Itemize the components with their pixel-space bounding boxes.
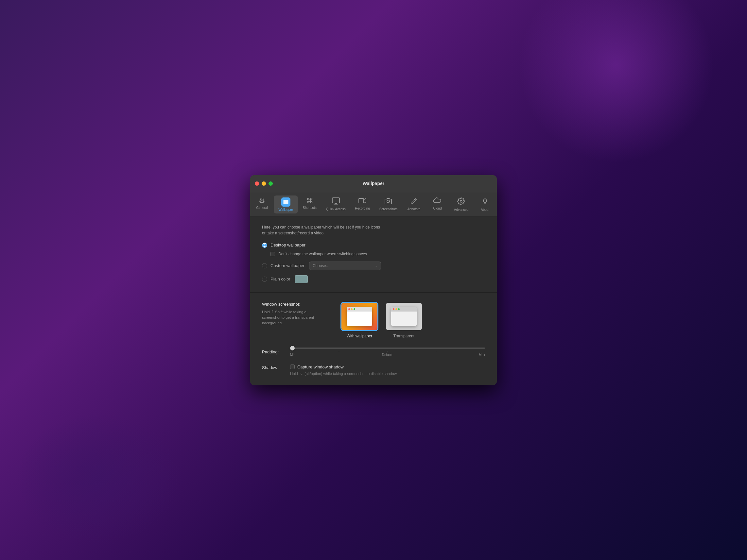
padding-label: Padding: bbox=[262, 349, 285, 354]
shadow-section: Shadow: Capture window shadow Hold ⌥ (al… bbox=[250, 365, 497, 385]
ws-description: Window screenshot: Hold ⇧ Shift while ta… bbox=[262, 302, 327, 326]
tab-about[interactable]: About bbox=[473, 195, 497, 213]
plain-color-swatch[interactable] bbox=[295, 275, 308, 283]
wallpaper-radio-group: Desktop wallpaper Don't change the wallp… bbox=[262, 243, 485, 283]
svg-rect-2 bbox=[332, 198, 339, 203]
tab-screenshots[interactable]: Screenshots bbox=[375, 195, 402, 213]
tab-advanced[interactable]: Advanced bbox=[449, 195, 473, 213]
advanced-icon bbox=[457, 197, 465, 207]
preferences-window: Wallpaper ⚙ General Wallpaper ⌘ Shortcut… bbox=[250, 175, 497, 385]
traffic-lights bbox=[255, 182, 273, 186]
ws-option-wallpaper[interactable]: With wallpaper bbox=[340, 302, 379, 338]
preview-titlebar-wallpaper bbox=[347, 307, 372, 312]
ws-layout: Window screenshot: Hold ⇧ Shift while ta… bbox=[262, 302, 485, 338]
svg-rect-9 bbox=[484, 203, 486, 204]
ws-preview-wallpaper bbox=[340, 302, 379, 331]
preview-transparent-bg bbox=[386, 303, 422, 330]
capture-shadow-label: Capture window shadow bbox=[297, 365, 344, 369]
slider-ticks bbox=[290, 351, 485, 352]
tab-quickaccess[interactable]: Quick Access bbox=[321, 195, 350, 213]
tab-recording-label: Recording bbox=[355, 207, 370, 210]
dont-change-wallpaper-option: Don't change the wallpaper when switchin… bbox=[271, 252, 485, 256]
ws-desc-text: Hold ⇧ Shift while taking a screenshot t… bbox=[262, 309, 327, 326]
tab-general-label: General bbox=[256, 206, 268, 210]
preview-window-inner-transparent bbox=[391, 307, 417, 326]
content-area: Here, you can choose a wallpaper which w… bbox=[250, 216, 497, 385]
tab-wallpaper-label: Wallpaper bbox=[279, 208, 293, 212]
about-icon bbox=[482, 197, 489, 207]
slider-max-label: Max bbox=[479, 353, 485, 357]
tab-quickaccess-label: Quick Access bbox=[326, 207, 346, 211]
tab-cloud-label: Cloud bbox=[433, 207, 441, 210]
slider-labels: Min Default Max bbox=[290, 353, 485, 357]
wallpaper-options-section: Here, you can choose a wallpaper which w… bbox=[250, 216, 497, 293]
general-icon: ⚙ bbox=[259, 197, 265, 205]
custom-radio-label: Custom wallpaper: bbox=[271, 263, 306, 268]
ws-transparent-label: Transparent bbox=[393, 334, 414, 338]
custom-wallpaper-dropdown[interactable]: Choose... ⌄ bbox=[309, 262, 381, 270]
preview-dot-red-t bbox=[393, 308, 394, 310]
svg-rect-8 bbox=[484, 203, 486, 203]
ws-preview-transparent bbox=[385, 302, 423, 331]
minimize-button[interactable] bbox=[262, 182, 266, 186]
slider-min-label: Min bbox=[290, 353, 295, 357]
capture-shadow-checkbox[interactable] bbox=[290, 365, 295, 369]
preview-dot-red bbox=[348, 308, 350, 310]
slider-default-label: Default bbox=[382, 353, 392, 357]
svg-marker-6 bbox=[364, 198, 366, 203]
preview-dot-yellow bbox=[351, 308, 353, 310]
shadow-row: Shadow: Capture window shadow Hold ⌥ (al… bbox=[262, 365, 485, 376]
desktop-radio-input[interactable] bbox=[262, 243, 267, 248]
padding-slider-container: Min Default Max bbox=[290, 347, 485, 357]
svg-rect-0 bbox=[283, 200, 288, 204]
ws-option-transparent[interactable]: Transparent bbox=[385, 302, 423, 338]
tab-recording[interactable]: Recording bbox=[350, 195, 375, 213]
ws-title: Window screenshot: bbox=[262, 302, 327, 306]
choose-placeholder: Choose... bbox=[313, 264, 329, 268]
section-description: Here, you can choose a wallpaper which w… bbox=[262, 224, 485, 236]
plain-color-option: Plain color: bbox=[262, 275, 485, 283]
preview-dot-green-t bbox=[398, 308, 400, 310]
desktop-radio-label: Desktop wallpaper bbox=[271, 243, 306, 247]
plain-radio-input[interactable] bbox=[262, 276, 267, 282]
dont-change-label: Don't change the wallpaper when switchin… bbox=[278, 252, 367, 256]
close-button[interactable] bbox=[255, 182, 259, 186]
custom-radio-input[interactable] bbox=[262, 263, 267, 268]
preview-wallpaper-bg bbox=[341, 303, 378, 330]
cloud-icon bbox=[433, 197, 441, 205]
window-screenshot-section: Window screenshot: Hold ⇧ Shift while ta… bbox=[250, 293, 497, 347]
tab-shortcuts[interactable]: ⌘ Shortcuts bbox=[298, 195, 321, 213]
padding-slider-thumb[interactable] bbox=[290, 346, 295, 350]
svg-point-7 bbox=[387, 200, 389, 203]
shadow-hint: Hold ⌥ (alt/option) while taking a scree… bbox=[290, 371, 398, 376]
ws-wallpaper-label: With wallpaper bbox=[347, 334, 372, 338]
preview-content-wallpaper bbox=[347, 312, 372, 326]
preview-content-transparent bbox=[391, 312, 417, 326]
tab-screenshots-label: Screenshots bbox=[379, 207, 398, 211]
preview-dot-yellow-t bbox=[395, 308, 397, 310]
shortcuts-icon: ⌘ bbox=[306, 197, 313, 205]
tab-cloud[interactable]: Cloud bbox=[426, 195, 449, 213]
wallpaper-icon bbox=[281, 197, 290, 207]
tab-about-label: About bbox=[481, 208, 489, 212]
padding-section: Padding: Min Default M bbox=[250, 347, 497, 365]
svg-rect-4 bbox=[334, 204, 338, 205]
tab-wallpaper[interactable]: Wallpaper bbox=[274, 195, 298, 213]
preview-dot-green bbox=[354, 308, 355, 310]
tab-shortcuts-label: Shortcuts bbox=[303, 206, 316, 210]
dont-change-checkbox[interactable] bbox=[271, 252, 275, 256]
shadow-checkbox-row: Capture window shadow bbox=[290, 365, 398, 369]
plain-radio-label: Plain color: bbox=[271, 276, 291, 282]
window-title: Wallpaper bbox=[363, 181, 384, 186]
tab-annotate-label: Annotate bbox=[407, 207, 420, 211]
tab-annotate[interactable]: Annotate bbox=[402, 195, 426, 213]
desktop-wallpaper-option[interactable]: Desktop wallpaper bbox=[262, 243, 485, 248]
shadow-right: Capture window shadow Hold ⌥ (alt/option… bbox=[290, 365, 398, 376]
tab-advanced-label: Advanced bbox=[454, 208, 468, 212]
title-bar: Wallpaper bbox=[250, 175, 497, 192]
padding-slider-track bbox=[290, 347, 485, 349]
ws-options: With wallpaper bbox=[340, 302, 423, 338]
tab-general[interactable]: ⚙ General bbox=[250, 195, 274, 213]
zoom-button[interactable] bbox=[268, 182, 273, 186]
svg-rect-5 bbox=[359, 198, 364, 203]
